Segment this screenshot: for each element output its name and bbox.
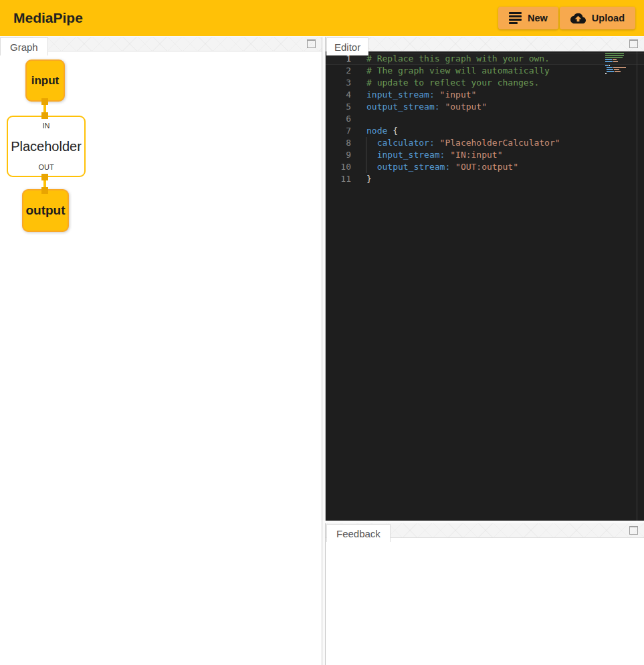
new-button-label: New (528, 13, 548, 23)
graph-node-placeholder[interactable]: IN Placeholder OUT (7, 116, 86, 177)
tab-graph[interactable]: Graph (0, 37, 48, 55)
feedback-panel-header: Feedback (326, 523, 644, 538)
graph-maximize-button[interactable] (307, 39, 316, 48)
upload-button[interactable]: Upload (560, 7, 635, 29)
tab-editor-label: Editor (334, 41, 360, 53)
upload-button-label: Upload (592, 13, 625, 23)
app-header: MediaPipe New Upload (0, 0, 644, 36)
header-buttons: New Upload (498, 7, 635, 29)
code-line: 3# update to reflect your changes. (326, 77, 644, 89)
graph-node-placeholder-label: Placeholder (8, 139, 84, 154)
feedback-content (326, 538, 644, 665)
code-line: 7node { (326, 125, 644, 137)
graph-canvas[interactable]: input IN Placeholder OUT output (0, 51, 322, 665)
port-input-out (41, 98, 48, 105)
code-line: 11} (326, 173, 644, 185)
graph-node-output-label: output (25, 203, 65, 218)
graph-panel-header: Graph (0, 37, 322, 51)
placeholder-in-port-label: IN (8, 122, 84, 130)
port-placeholder-in (41, 112, 48, 119)
code-line: 6 (326, 113, 644, 125)
code-line: 2# The graph view will automatically (326, 65, 644, 77)
code-line: 10 output_stream: "OUT:output" (326, 161, 644, 173)
code-line: 1# Replace this graph with your own. (326, 53, 644, 65)
placeholder-out-port-label: OUT (8, 163, 84, 171)
app-title: MediaPipe (13, 0, 83, 36)
feedback-panel: Feedback (325, 523, 644, 665)
editor-panel-header: Editor (326, 37, 644, 51)
cloud-upload-icon (570, 11, 586, 26)
code-line: 9 input_stream: "IN:input" (326, 149, 644, 161)
editor-panel: Editor 1# Replace this graph with your o… (325, 37, 644, 521)
tab-feedback[interactable]: Feedback (326, 524, 391, 542)
list-icon (509, 12, 522, 24)
code-lines: 1# Replace this graph with your own.2# T… (326, 53, 644, 185)
tab-editor[interactable]: Editor (326, 37, 368, 55)
editor-overview-ruler (637, 51, 637, 521)
feedback-maximize-button[interactable] (629, 526, 638, 535)
new-button[interactable]: New (498, 7, 558, 29)
code-line: 8 calculator: "PlaceholderCalculator" (326, 137, 644, 149)
graph-panel: Graph input IN Placeholder OUT output (0, 37, 322, 665)
tab-graph-label: Graph (10, 41, 38, 53)
editor-minimap[interactable] (605, 53, 632, 75)
code-editor[interactable]: 1# Replace this graph with your own.2# T… (326, 51, 644, 521)
graph-node-output[interactable]: output (22, 189, 69, 232)
port-output-in (41, 187, 48, 194)
code-line: 5output_stream: "output" (326, 101, 644, 113)
graph-node-input-label: input (31, 74, 60, 88)
graph-node-input[interactable]: input (25, 59, 65, 102)
tab-feedback-label: Feedback (336, 528, 381, 539)
port-placeholder-out (41, 174, 48, 180)
code-line: 4input_stream: "input" (326, 89, 644, 101)
editor-maximize-button[interactable] (629, 39, 638, 48)
